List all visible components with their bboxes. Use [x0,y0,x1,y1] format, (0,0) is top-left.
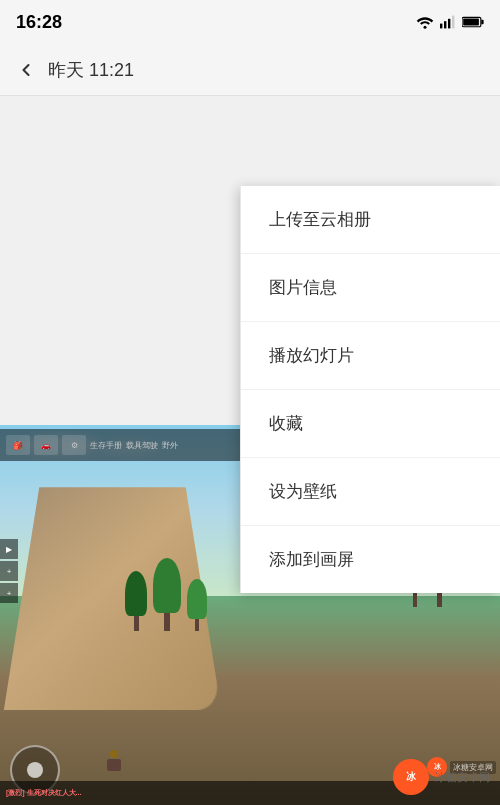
svg-rect-3 [448,19,450,29]
wifi-icon [416,15,434,29]
page-watermark: 冰 冰糖安卓网 [393,759,490,795]
svg-rect-2 [444,21,446,28]
status-icons [416,15,484,29]
joystick-dot [27,762,43,778]
hud-icons: 🎒 🚗 ⚙ 生存手册 载具驾驶 野外 [6,435,178,455]
hud-label-2: 载具驾驶 [126,440,158,451]
hud-icon-2: 🚗 [34,435,58,455]
main-content: ▶ + + 🎒 🚗 ⚙ 生存手册 载具驾驶 野外 136 [0,96,500,805]
nav-title: 昨天 11:21 [48,58,134,82]
menu-item-slideshow[interactable]: 播放幻灯片 [241,322,500,390]
watermark-logo-text: 冰 [406,770,416,784]
edge-btn-2[interactable]: + [0,561,18,581]
battery-icon [462,16,484,28]
status-time: 16:28 [16,12,62,33]
player-character [105,750,123,775]
svg-rect-4 [452,16,454,29]
trees-area [125,558,207,631]
menu-item-upload-cloud[interactable]: 上传至云相册 [241,186,500,254]
menu-item-favorite[interactable]: 收藏 [241,390,500,458]
hud-label-3: 野外 [162,440,178,451]
menu-item-add-to-screen[interactable]: 添加到画屏 [241,526,500,593]
nav-bar: 昨天 11:21 [0,44,500,96]
menu-item-image-info[interactable]: 图片信息 [241,254,500,322]
svg-rect-1 [440,24,442,29]
edge-btn-1[interactable]: ▶ [0,539,18,559]
hud-icon-1: 🎒 [6,435,30,455]
menu-item-set-wallpaper[interactable]: 设为壁纸 [241,458,500,526]
status-bar: 16:28 [0,0,500,44]
svg-rect-7 [481,20,483,25]
svg-rect-6 [463,18,479,25]
context-menu: 上传至云相册 图片信息 播放幻灯片 收藏 设为壁纸 添加到画屏 [240,186,500,593]
hud-label-1: 生存手册 [90,440,122,451]
watermark-site-text: 冰糖安卓网 [435,770,490,785]
back-button[interactable] [16,60,36,80]
edge-btn-3[interactable]: + [0,583,18,603]
banner-text: [激烈] 生死对决红人大... [6,788,81,798]
svg-point-0 [424,26,427,29]
hud-icon-3: ⚙ [62,435,86,455]
watermark-logo: 冰 [393,759,429,795]
signal-icon [440,15,456,29]
edge-buttons: ▶ + + [0,539,18,603]
